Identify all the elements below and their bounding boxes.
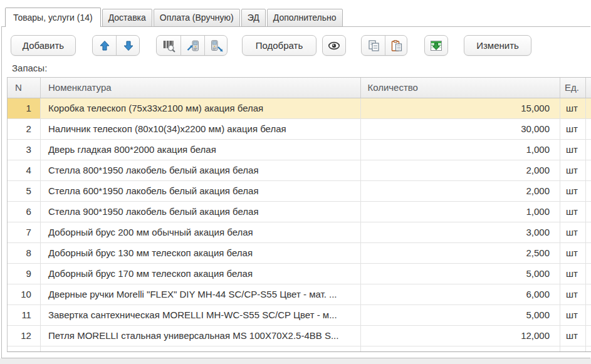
edit-button[interactable]: Изменить — [464, 35, 531, 56]
quantity-cell: 1,000 — [361, 140, 560, 160]
row-number-cell: 8 — [8, 243, 41, 263]
unit-cell: шт — [560, 222, 586, 242]
window-background-strip — [0, 358, 591, 364]
table-row-5[interactable]: 5 Стелла 600*1950 лакобель белый акация … — [8, 181, 591, 202]
unit-cell: шт — [560, 264, 586, 284]
row-number-cell: 5 — [8, 181, 41, 201]
tab-additional[interactable]: Дополнительно — [267, 9, 343, 27]
unit-cell: шт — [560, 326, 586, 346]
nomenclature-cell: Стелла 900*1950 лакобель белый акация бе… — [41, 202, 361, 222]
stock-table: N Номенклатура Количество Ед. 1 Коробка … — [7, 77, 591, 352]
nomenclature-cell: Коробка телескоп (75х33х2100 мм) акация … — [41, 98, 361, 118]
nomenclature-cell: Доборный брус 130 мм телескоп акация бел… — [41, 243, 361, 263]
list-settings-button[interactable] — [424, 35, 448, 56]
table-row-1[interactable]: 1 Коробка телескоп (75х33х2100 мм) акаци… — [8, 98, 591, 119]
paste-icon — [390, 39, 404, 53]
table-row-partial[interactable] — [8, 346, 591, 351]
row-number-cell: 2 — [8, 119, 41, 139]
tab-delivery[interactable]: Доставка — [102, 9, 152, 27]
nomenclature-cell: Доборный брус 170 мм телескоп акация бел… — [41, 264, 361, 284]
quantity-cell: 6,000 — [361, 284, 560, 304]
col-header-extra — [586, 78, 591, 98]
nomenclature-cell: Стелла 800*1950 лакобель белый акация бе… — [41, 160, 361, 180]
table-row-11[interactable]: 11 Завертка сантехническая MORELLI MH-WC… — [8, 305, 591, 326]
visibility-button[interactable] — [322, 35, 346, 56]
row-number-cell: 9 — [8, 264, 41, 284]
tab-goods-services[interactable]: Товары, услуги (14) — [5, 8, 101, 27]
clipboard-buttons-group — [361, 35, 407, 56]
row-number-cell: 3 — [8, 140, 41, 160]
quantity-cell: 12,000 — [361, 326, 560, 346]
barcode-buttons-group — [156, 35, 228, 56]
tab-bar: Товары, услуги (14) Доставка Оплата (Вру… — [5, 8, 344, 27]
quantity-cell: 15,000 — [361, 98, 560, 118]
tab-ed[interactable]: ЭД — [241, 9, 266, 27]
add-button[interactable]: Добавить — [11, 35, 76, 56]
tab-payment[interactable]: Оплата (Вручную) — [154, 9, 240, 27]
quantity-cell: 3,000 — [361, 222, 560, 242]
move-down-icon — [122, 39, 135, 52]
unit-cell: шт — [560, 140, 586, 160]
table-header-row: N Номенклатура Количество Ед. — [8, 78, 591, 98]
col-header-unit[interactable]: Ед. — [560, 78, 586, 98]
nomenclature-cell: Доборный брус 200 мм обычный акация бела… — [41, 222, 361, 242]
table-row-3[interactable]: 3 Дверь гладкая 800*2000 акация белая 1,… — [8, 140, 591, 160]
quantity-cell: 2,500 — [361, 243, 560, 263]
table-row-9[interactable]: 9 Доборный брус 170 мм телескоп акация б… — [8, 264, 591, 284]
nomenclature-cell: Стелла 600*1950 лакобель белый акация бе… — [41, 181, 361, 201]
table-row-7[interactable]: 7 Доборный брус 200 мм обычный акация бе… — [8, 222, 591, 243]
quantity-cell: 2,000 — [361, 160, 560, 180]
table-row-6[interactable]: 6 Стелла 900*1950 лакобель белый акация … — [8, 202, 591, 222]
quantity-cell: 5,000 — [361, 264, 560, 284]
nomenclature-cell: Завертка сантехническая MORELLI MH-WC-S5… — [41, 305, 361, 325]
move-down-button[interactable] — [117, 36, 140, 55]
unit-cell: шт — [560, 160, 586, 180]
nomenclature-cell: Дверь гладкая 800*2000 акация белая — [41, 140, 361, 160]
unit-cell: шт — [560, 98, 586, 118]
unit-cell: шт — [560, 243, 586, 263]
tsd-unload-icon — [210, 39, 224, 53]
table-row-10[interactable]: 10 Дверные ручки Morelli "FLEX" DIY MH-4… — [8, 284, 591, 305]
quantity-cell: 2,000 — [361, 181, 560, 201]
col-header-n[interactable]: N — [8, 78, 41, 98]
tsd-unload-button[interactable] — [205, 36, 228, 55]
row-number-cell: 1 — [8, 98, 41, 118]
table-row-8[interactable]: 8 Доборный брус 130 мм телескоп акация б… — [8, 243, 591, 264]
quantity-cell: 5,000 — [361, 305, 560, 325]
table-row-12[interactable]: 12 Петля MORELLI стальная универсальная … — [8, 326, 591, 346]
unit-cell: шт — [560, 284, 586, 304]
row-number-cell: 6 — [8, 202, 41, 222]
move-up-icon — [98, 39, 111, 52]
row-number-cell: 7 — [8, 222, 41, 242]
nomenclature-cell: Дверные ручки Morelli "FLEX" DIY MH-44 S… — [41, 284, 361, 304]
tsd-load-button[interactable] — [181, 36, 205, 55]
unit-cell: шт — [560, 305, 586, 325]
unit-cell: шт — [560, 181, 586, 201]
col-header-quantity[interactable]: Количество — [361, 78, 560, 98]
paste-button[interactable] — [385, 36, 408, 55]
pick-button[interactable]: Подобрать — [242, 35, 316, 56]
quantity-cell: 1,000 — [361, 202, 560, 222]
barcode-scan-button[interactable] — [157, 36, 181, 55]
copy-button[interactable] — [362, 36, 385, 55]
col-header-nomenclature[interactable]: Номенклатура — [41, 78, 361, 98]
table-row-2[interactable]: 2 Наличник телескоп (80х10(34)х2200 мм) … — [8, 119, 591, 140]
list-settings-icon — [429, 39, 443, 53]
unit-cell: шт — [560, 202, 586, 222]
stock-section-label: Запасы: — [12, 63, 47, 73]
row-number-cell: 11 — [8, 305, 41, 325]
barcode-scan-icon — [162, 39, 175, 53]
nomenclature-cell: Петля MORELLI стальная универсальная MS … — [41, 326, 361, 346]
quantity-cell: 30,000 — [361, 119, 560, 139]
move-up-button[interactable] — [93, 36, 117, 55]
move-buttons-group — [92, 35, 140, 56]
goods-tab-panel: Добавить — [1, 26, 590, 358]
unit-cell: шт — [560, 119, 586, 139]
table-row-4[interactable]: 4 Стелла 800*1950 лакобель белый акация … — [8, 160, 591, 181]
nomenclature-cell: Наличник телескоп (80х10(34)х2200 мм) ак… — [41, 119, 361, 139]
tsd-load-icon — [186, 39, 200, 53]
visibility-eye-icon — [327, 39, 341, 53]
row-number-cell: 4 — [8, 160, 41, 180]
row-number-cell: 10 — [8, 284, 41, 304]
row-number-cell: 12 — [8, 326, 41, 346]
